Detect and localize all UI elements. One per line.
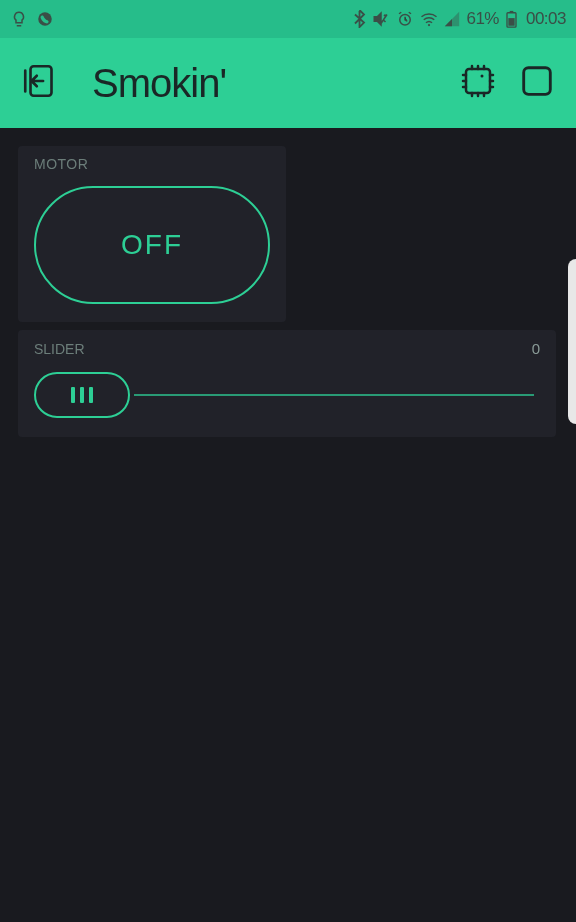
motor-state-text: OFF (121, 229, 183, 261)
app-bar: Smokin' (0, 38, 576, 128)
slider-label: SLIDER (34, 341, 85, 357)
exit-icon[interactable] (20, 60, 62, 106)
stop-icon[interactable] (518, 62, 556, 104)
motor-label: MOTOR (34, 156, 270, 172)
signal-icon (444, 11, 460, 27)
chip-icon[interactable] (458, 61, 498, 105)
grip-icon (89, 387, 93, 403)
grip-icon (80, 387, 84, 403)
slider-value: 0 (532, 340, 540, 357)
status-left (10, 10, 54, 28)
svg-point-2 (428, 24, 430, 26)
svg-rect-7 (466, 69, 490, 93)
content-area: MOTOR OFF SLIDER 0 (0, 128, 576, 455)
edge-panel-handle[interactable] (568, 259, 576, 424)
status-right: 61% 00:03 (353, 9, 566, 29)
alarm-icon (396, 10, 414, 28)
grip-icon (71, 387, 75, 403)
svg-point-8 (481, 75, 484, 78)
mute-icon (372, 10, 390, 28)
bulb-icon (10, 10, 28, 28)
slider-line (134, 394, 534, 396)
wifi-icon (420, 11, 438, 27)
svg-rect-9 (524, 68, 551, 95)
motor-toggle-button[interactable]: OFF (34, 186, 270, 304)
svg-rect-4 (510, 11, 514, 13)
motor-widget: MOTOR OFF (18, 146, 286, 322)
phone-icon (36, 10, 54, 28)
status-bar: 61% 00:03 (0, 0, 576, 38)
clock-time: 00:03 (526, 9, 566, 29)
battery-percent: 61% (466, 9, 499, 29)
slider-thumb[interactable] (34, 372, 130, 418)
bluetooth-icon (353, 10, 366, 28)
slider-widget: SLIDER 0 (18, 330, 556, 437)
battery-icon (505, 10, 518, 28)
svg-rect-5 (508, 18, 514, 26)
page-title: Smokin' (92, 61, 428, 106)
slider-track[interactable] (34, 371, 540, 419)
